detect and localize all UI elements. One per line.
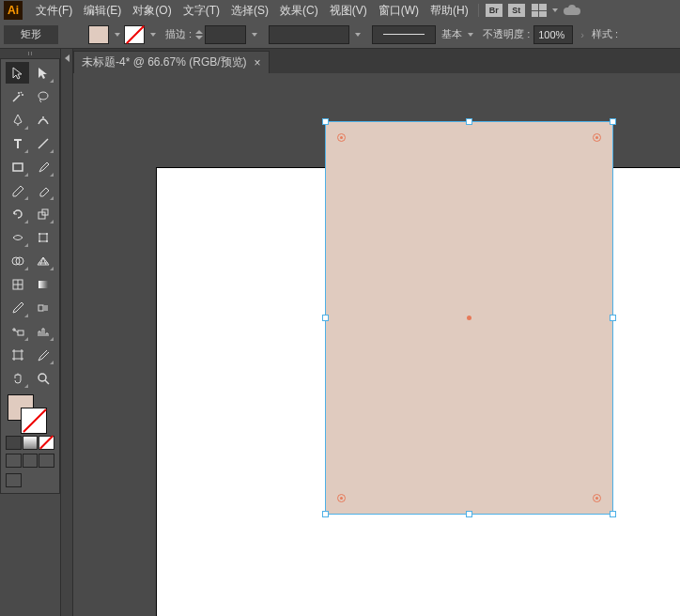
artboard-tool[interactable] [6,344,29,365]
mesh-tool[interactable] [6,273,29,295]
scale-tool[interactable] [31,203,54,224]
view-mode-row [6,473,54,487]
bridge-icon[interactable]: Br [486,4,502,17]
slice-tool[interactable] [31,344,54,365]
stroke-dropdown-icon[interactable] [150,33,156,37]
stock-icon[interactable]: St [508,4,525,17]
selection-handle[interactable] [610,118,616,125]
stroke-profile-label: 基本 [441,27,462,41]
color-mode-gradient[interactable] [23,436,39,450]
selection-handle[interactable] [466,511,472,517]
arrange-dropdown-icon[interactable] [552,8,558,12]
brush-definition-field[interactable] [269,25,349,44]
dock-expand-icon[interactable] [65,54,70,62]
arrange-documents-icon[interactable] [532,4,547,17]
selection-handle[interactable] [322,315,329,321]
corner-widget-icon[interactable] [593,494,601,502]
width-tool[interactable] [6,226,29,248]
opacity-arrow-icon[interactable]: › [580,29,584,40]
menu-view[interactable]: 视图(V) [324,3,373,19]
selection-handle[interactable] [322,118,329,125]
fill-stroke-indicator[interactable] [6,393,54,432]
menu-separator [478,4,479,17]
menu-object[interactable]: 对象(O) [127,3,177,19]
perspective-grid-tool[interactable] [31,250,54,271]
free-transform-tool[interactable] [31,226,54,248]
pen-tool[interactable] [6,109,29,131]
corner-widget-icon[interactable] [593,133,601,142]
opacity-label: 不透明度 : [483,27,530,41]
magic-wand-tool[interactable] [6,85,29,107]
eyedropper-tool[interactable] [6,297,29,318]
stroke-color-swatch[interactable] [124,25,145,44]
svg-rect-13 [39,281,48,288]
menu-select[interactable]: 选择(S) [225,3,274,19]
draw-inside-icon[interactable] [39,454,54,468]
selection-tool[interactable] [6,62,29,84]
color-mode-solid[interactable] [6,436,22,450]
brush-dropdown-icon[interactable] [355,33,361,37]
menu-file[interactable]: 文件(F) [30,3,78,19]
close-tab-icon[interactable]: × [255,56,261,69]
selection-center-icon [467,316,471,320]
blend-tool[interactable] [31,297,54,318]
menu-effect[interactable]: 效果(C) [274,3,324,19]
screen-mode-row [6,454,54,468]
paintbrush-tool[interactable] [31,156,54,177]
selection-handle[interactable] [610,511,616,517]
opacity-input[interactable] [533,25,573,44]
svg-point-6 [39,233,40,235]
stroke-box-icon[interactable] [21,408,47,434]
stroke-weight-stepper[interactable] [195,25,246,44]
shaper-tool[interactable] [6,179,29,201]
stroke-step-down-icon[interactable] [195,36,203,39]
column-graph-tool[interactable] [31,320,54,342]
menu-help[interactable]: 帮助(H) [425,3,474,19]
eraser-tool[interactable] [31,179,54,201]
canvas[interactable] [73,73,680,616]
lasso-tool[interactable] [31,85,54,107]
draw-behind-icon[interactable] [23,454,39,468]
selection-handle[interactable] [466,118,472,125]
symbol-sprayer-tool[interactable] [6,320,29,342]
cloud-sync-icon[interactable] [564,4,582,17]
stroke-step-up-icon[interactable] [195,30,203,34]
screen-mode-icon[interactable] [6,473,22,487]
stroke-weight-dropdown-icon[interactable] [252,33,257,37]
color-mode-row [6,436,54,450]
selection-handle[interactable] [322,511,329,517]
fill-color-swatch[interactable] [88,25,109,44]
tools-panel-grip[interactable] [0,49,60,58]
corner-widget-icon[interactable] [337,133,346,142]
stroke-profile-field[interactable] [372,25,436,44]
curvature-tool[interactable] [31,109,54,131]
zoom-tool[interactable] [31,367,54,389]
document-tab-title: 未标题-4* @ 66.67% (RGB/预览) [82,54,247,70]
stroke-weight-input[interactable] [205,25,246,44]
panel-dock-bar[interactable] [60,49,73,616]
svg-point-8 [39,240,40,242]
svg-point-18 [39,374,46,381]
menu-window[interactable]: 窗口(W) [373,3,425,19]
gradient-tool[interactable] [31,273,54,295]
selection-handle[interactable] [610,315,616,321]
stroke-profile-dropdown-icon[interactable] [468,33,473,37]
corner-widget-icon[interactable] [337,494,346,502]
draw-normal-icon[interactable] [6,454,22,468]
menu-type[interactable]: 文字(T) [178,3,225,19]
document-tab[interactable]: 未标题-4* @ 66.67% (RGB/预览) × [73,51,270,73]
hand-tool[interactable] [6,367,29,389]
svg-rect-2 [13,163,23,171]
menubar: Ai 文件(F) 编辑(E) 对象(O) 文字(T) 选择(S) 效果(C) 视… [0,0,680,21]
direct-selection-tool[interactable] [31,62,54,84]
menu-edit[interactable]: 编辑(E) [78,3,127,19]
type-tool[interactable] [6,132,29,154]
fill-dropdown-icon[interactable] [115,33,120,37]
stroke-weight-label: 描边 : [165,27,192,41]
svg-rect-14 [39,305,43,311]
color-mode-none[interactable] [39,436,54,450]
line-segment-tool[interactable] [31,132,54,154]
rotate-tool[interactable] [6,203,29,224]
rectangle-tool[interactable] [6,156,29,177]
shape-builder-tool[interactable] [6,250,29,271]
